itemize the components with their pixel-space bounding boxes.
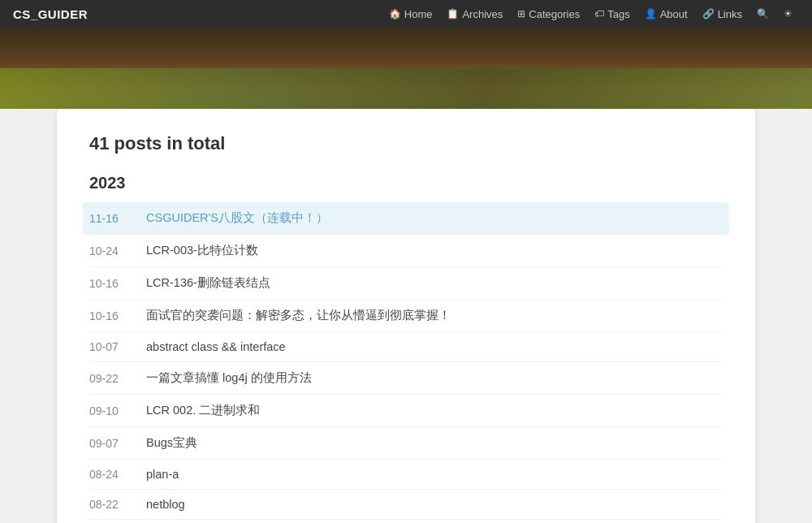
post-title[interactable]: abstract class && interface (146, 340, 286, 353)
nav-about[interactable]: 👤 About (638, 5, 694, 24)
nav-tags-label: Tags (607, 8, 629, 20)
nav-categories-label: Categories (529, 8, 580, 20)
nav-links-label: Links (718, 8, 742, 20)
post-title[interactable]: plan-a (146, 468, 179, 481)
list-item: 08-22netblog (89, 490, 723, 520)
nav-about-label: About (660, 8, 688, 20)
archives-icon: 📋 (447, 8, 459, 19)
list-item: 10-16面试官的突袭问题：解密多态，让你从懵逼到彻底掌握！ (89, 300, 723, 332)
theme-icon: ☀ (784, 8, 793, 19)
post-title[interactable]: CSGUIDER'S八股文（连载中！） (146, 210, 328, 226)
post-date: 10-16 (89, 309, 146, 322)
list-item: 09-07Bugs宝典 (89, 427, 723, 460)
list-item: 10-07abstract class && interface (89, 332, 723, 362)
post-title[interactable]: Bugs宝典 (146, 435, 197, 451)
post-title[interactable]: LCR-136-删除链表结点 (146, 275, 270, 291)
post-date: 11-16 (89, 212, 146, 225)
nav-home[interactable]: 🏠 Home (382, 5, 439, 24)
post-date: 10-07 (89, 340, 146, 353)
post-list: 11-16CSGUIDER'S八股文（连载中！）10-24LCR-003-比特位… (89, 202, 723, 520)
post-title[interactable]: LCR-003-比特位计数 (146, 243, 258, 258)
site-brand[interactable]: CS_GUIDER (13, 7, 88, 21)
post-date: 09-10 (89, 404, 146, 417)
nav-menu: 🏠 Home 📋 Archives ⊞ Categories 🏷 Tags 👤 … (382, 5, 799, 24)
year-heading: 2023 (89, 174, 723, 192)
about-icon: 👤 (645, 8, 657, 19)
content-card: 41 posts in total 2023 11-16CSGUIDER'S八股… (57, 109, 755, 523)
post-date: 09-22 (89, 372, 146, 385)
list-item: 09-22一篇文章搞懂 log4j 的使用方法 (89, 362, 723, 395)
list-item: 08-24plan-a (89, 460, 723, 490)
post-date: 08-22 (89, 498, 146, 511)
list-item: 09-10LCR 002. 二进制求和 (89, 395, 723, 427)
navbar: CS_GUIDER 🏠 Home 📋 Archives ⊞ Categories… (0, 0, 812, 28)
post-date: 10-16 (89, 277, 146, 290)
nav-tags[interactable]: 🏷 Tags (588, 5, 636, 24)
post-title[interactable]: 面试官的突袭问题：解密多态，让你从懵逼到彻底掌握！ (146, 308, 451, 323)
list-item: 10-16LCR-136-删除链表结点 (89, 267, 723, 300)
links-icon: 🔗 (702, 8, 715, 19)
post-title[interactable]: 一篇文章搞懂 log4j 的使用方法 (146, 370, 312, 386)
nav-theme[interactable]: ☀ (777, 5, 799, 23)
posts-total: 41 posts in total (89, 133, 723, 154)
post-title[interactable]: netblog (146, 498, 185, 511)
post-date: 10-24 (89, 244, 146, 257)
list-item: 11-16CSGUIDER'S八股文（连载中！） (83, 202, 729, 235)
post-date: 09-07 (89, 437, 146, 450)
nav-links[interactable]: 🔗 Links (696, 5, 749, 24)
nav-archives[interactable]: 📋 Archives (440, 5, 509, 24)
list-item: 10-24LCR-003-比特位计数 (89, 235, 723, 267)
nav-search[interactable]: 🔍 (750, 5, 775, 23)
post-title[interactable]: LCR 002. 二进制求和 (146, 403, 260, 418)
nav-home-label: Home (404, 8, 433, 20)
home-icon: 🏠 (389, 8, 401, 19)
tags-icon: 🏷 (594, 8, 604, 19)
nav-categories[interactable]: ⊞ Categories (511, 5, 586, 24)
nav-archives-label: Archives (462, 8, 503, 20)
main-wrapper: 41 posts in total 2023 11-16CSGUIDER'S八股… (0, 109, 812, 523)
categories-icon: ⊞ (517, 8, 525, 19)
search-icon: 🔍 (757, 8, 769, 19)
post-date: 08-24 (89, 468, 146, 481)
